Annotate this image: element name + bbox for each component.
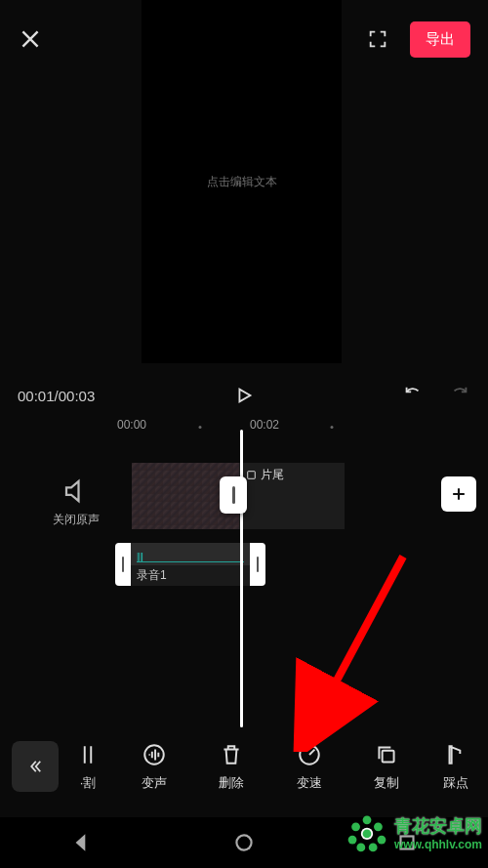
- svg-point-5: [236, 835, 251, 849]
- end-segment-label: 片尾: [261, 467, 284, 483]
- watermark-logo-icon: [346, 811, 388, 854]
- speaker-icon: [61, 476, 91, 506]
- ruler-tick: 00:00: [117, 418, 146, 432]
- clip-handle-right[interactable]: [250, 543, 265, 586]
- tool-voice-change[interactable]: 变声: [122, 742, 186, 792]
- audio-clip-body[interactable]: 录音1: [131, 543, 250, 586]
- nav-home-icon[interactable]: [231, 830, 257, 855]
- svg-point-15: [363, 829, 372, 838]
- svg-rect-0: [248, 472, 256, 479]
- tool-label: 踩点: [431, 774, 480, 792]
- watermark-url: www.qhhlv.com: [394, 838, 482, 851]
- tool-copy[interactable]: 复制: [354, 742, 419, 792]
- video-preview[interactable]: 点击编辑文本: [142, 0, 342, 363]
- tool-label: 变速: [277, 774, 342, 792]
- audio-clip-name: 录音1: [131, 565, 250, 586]
- speed-icon: [297, 742, 322, 767]
- tool-label: 删除: [199, 774, 264, 792]
- svg-point-12: [356, 844, 365, 852]
- timeline-ruler: 00:00 00:02: [0, 418, 488, 441]
- tool-label: ·割: [66, 774, 109, 792]
- nav-back-icon[interactable]: [68, 830, 94, 855]
- svg-point-11: [378, 836, 386, 845]
- bottom-toolbar: ·割 变声 删除 变速 复制 踩点: [0, 727, 488, 806]
- toolbar-tools: ·割 变声 删除 变速 复制 踩点: [66, 727, 488, 806]
- ruler-tick: 00:02: [250, 418, 279, 432]
- tool-label: 变声: [122, 774, 186, 792]
- svg-rect-4: [382, 750, 393, 762]
- fullscreen-icon[interactable]: [367, 28, 388, 50]
- redo-icon[interactable]: [449, 385, 470, 406]
- clip-handle-left[interactable]: [115, 543, 131, 586]
- end-segment[interactable]: 片尾: [239, 463, 345, 529]
- add-clip-button[interactable]: [441, 476, 476, 512]
- svg-point-2: [144, 745, 164, 765]
- close-icon[interactable]: [18, 26, 43, 52]
- mute-original-sound[interactable]: 关闭原声: [49, 476, 102, 528]
- audio-waveform: [137, 553, 244, 562]
- tool-split[interactable]: ·割: [66, 742, 109, 792]
- timeline[interactable]: 00:00 00:02 关闭原声 片尾 录音1: [0, 418, 488, 730]
- top-right-group: 导出: [367, 21, 470, 58]
- end-segment-tag: 片尾: [245, 467, 284, 483]
- voice-change-icon: [142, 742, 167, 767]
- undo-icon[interactable]: [402, 385, 424, 406]
- beat-icon: [443, 742, 468, 767]
- tool-beat[interactable]: 踩点: [431, 742, 480, 792]
- playhead[interactable]: [240, 430, 243, 727]
- play-icon[interactable]: [233, 385, 255, 406]
- export-button[interactable]: 导出: [410, 21, 470, 58]
- svg-point-8: [351, 822, 360, 831]
- time-display: 00:01/00:03: [18, 388, 95, 404]
- toolbar-back-button[interactable]: [12, 741, 59, 792]
- delete-icon: [219, 742, 244, 767]
- ruler-dot: [199, 426, 202, 429]
- tool-speed[interactable]: 变速: [277, 742, 342, 792]
- split-icon: [75, 742, 101, 767]
- preview-placeholder-text: 点击编辑文本: [207, 174, 277, 190]
- svg-point-13: [369, 844, 378, 852]
- svg-point-7: [363, 815, 372, 824]
- watermark-brand: 青花安卓网: [394, 816, 482, 836]
- copy-icon: [374, 742, 399, 767]
- svg-point-10: [348, 836, 357, 845]
- watermark: 青花安卓网 www.qhhlv.com: [346, 811, 482, 854]
- ruler-dot: [331, 426, 334, 429]
- tool-delete[interactable]: 删除: [199, 742, 264, 792]
- tool-label: 复制: [354, 774, 419, 792]
- svg-point-9: [374, 822, 383, 831]
- mute-label: 关闭原声: [49, 512, 102, 528]
- player-controls: 00:01/00:03: [0, 376, 488, 415]
- clip-transition-handle[interactable]: [220, 476, 247, 514]
